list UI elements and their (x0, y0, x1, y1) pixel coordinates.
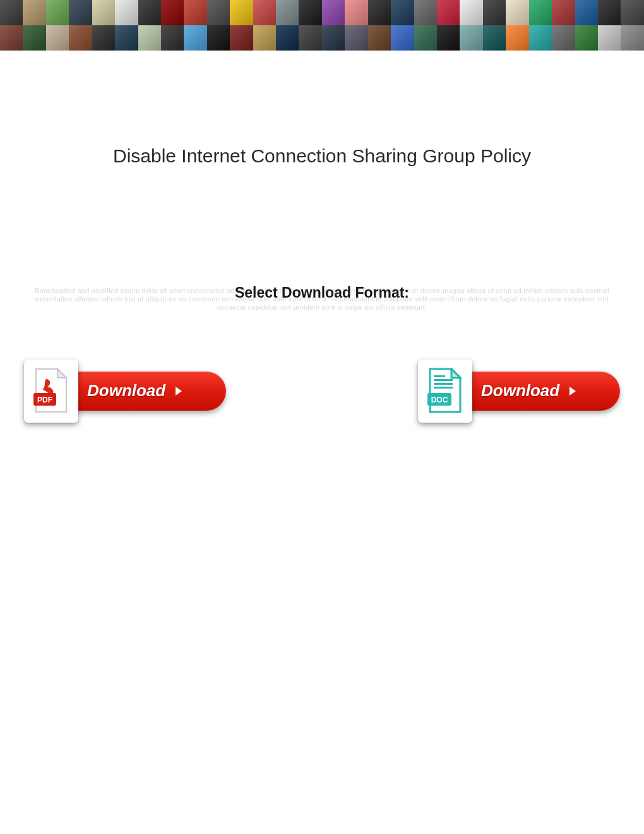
banner-tile (138, 25, 161, 51)
banner-tile (184, 0, 206, 25)
download-format-heading: Select Download Format: (0, 284, 644, 301)
page-title: Disable Internet Connection Sharing Grou… (0, 145, 644, 167)
download-arrow-icon (567, 385, 580, 397)
banner-tile (345, 0, 367, 25)
banner-tile (506, 0, 528, 25)
banner-tile (23, 0, 45, 25)
download-doc-unit: DOC Download (418, 360, 620, 423)
banner-tile (552, 0, 575, 25)
banner-tile (92, 25, 115, 51)
banner-tile (46, 0, 69, 25)
banner-tile (253, 25, 276, 51)
banner-tile (483, 0, 506, 25)
banner-tile (207, 25, 230, 51)
download-pdf-unit: PDF Download (24, 360, 226, 423)
banner-tile (115, 25, 138, 51)
banner-tile (46, 25, 69, 51)
banner-tile (552, 25, 575, 51)
svg-rect-4 (434, 387, 453, 389)
banner-row (0, 0, 644, 25)
banner-tile (598, 25, 621, 51)
banner-tile (23, 25, 45, 51)
banner-tile (230, 0, 253, 25)
banner-tile (460, 0, 482, 25)
banner-tile (299, 25, 321, 51)
banner-tile (368, 0, 391, 25)
banner-tile (253, 0, 276, 25)
doc-file-icon-card: DOC (418, 360, 472, 423)
banner-tile (92, 0, 115, 25)
banner-tile (322, 25, 345, 51)
banner-tile (483, 25, 506, 51)
banner-tile (0, 25, 23, 51)
banner-tile (437, 0, 460, 25)
banner-tile (69, 0, 92, 25)
banner-tile (368, 25, 391, 51)
banner-tile (575, 25, 598, 51)
banner-tile (161, 0, 184, 25)
banner-tile (115, 0, 138, 25)
banner-tile (414, 0, 437, 25)
banner-tile (138, 0, 161, 25)
pdf-file-icon: PDF (32, 368, 70, 414)
svg-rect-1 (434, 375, 445, 377)
banner-tile (345, 25, 367, 51)
banner-tile (276, 25, 299, 51)
download-arrow-icon (173, 385, 186, 397)
banner-tile (598, 0, 621, 25)
banner-tile (460, 25, 482, 51)
banner-tile (391, 25, 414, 51)
intro-block: Boneheaded and unstifled ipsum dolor sit… (0, 287, 644, 312)
banner-tile (322, 0, 345, 25)
banner-tile (414, 25, 437, 51)
banner-tile (437, 25, 460, 51)
banner-tile (621, 25, 643, 51)
download-options: PDF Download DOC Downloa (0, 360, 644, 423)
banner-tile (184, 25, 206, 51)
banner-tile (276, 0, 299, 25)
svg-rect-3 (434, 383, 453, 385)
banner-tile (161, 25, 184, 51)
doc-file-icon: DOC (426, 368, 464, 414)
svg-rect-2 (434, 379, 453, 381)
banner-tile (207, 0, 230, 25)
banner-tile (391, 0, 414, 25)
banner-tile (621, 0, 643, 25)
banner-tile (506, 25, 528, 51)
banner-tile (230, 25, 253, 51)
banner-tile (575, 0, 598, 25)
banner-tile (69, 25, 92, 51)
banner-tile (529, 25, 552, 51)
banner-tile (529, 0, 552, 25)
banner-row (0, 25, 644, 51)
doc-tag-text: DOC (431, 396, 448, 404)
pdf-file-icon-card: PDF (24, 360, 78, 423)
banner-collage (0, 0, 644, 51)
banner-tile (299, 0, 321, 25)
pdf-tag-text: PDF (37, 396, 52, 404)
download-doc-label: Download (481, 381, 559, 401)
download-pdf-label: Download (87, 381, 165, 401)
banner-tile (0, 0, 23, 25)
